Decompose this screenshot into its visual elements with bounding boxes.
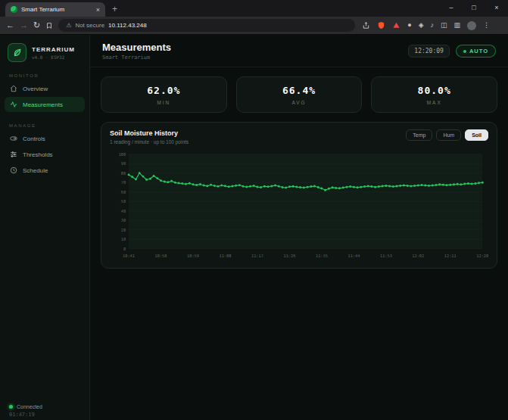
svg-text:12:02: 12:02 bbox=[412, 254, 424, 258]
svg-text:30: 30 bbox=[121, 218, 126, 222]
svg-text:70: 70 bbox=[121, 180, 126, 185]
content-area: 62.0% MIN 66.4% AVG 80.0% MAX bbox=[90, 67, 508, 278]
sidebar-item-thresholds[interactable]: Thresholds bbox=[5, 147, 85, 162]
brand-name: TERRARIUM bbox=[32, 46, 75, 53]
home-icon bbox=[10, 85, 17, 92]
stat-value: 66.4% bbox=[243, 85, 356, 96]
sidebar-item-controls[interactable]: Controls bbox=[5, 131, 85, 146]
svg-text:11:08: 11:08 bbox=[219, 254, 231, 258]
svg-text:10: 10 bbox=[121, 237, 126, 241]
stat-label: MAX bbox=[378, 100, 491, 105]
stats-row: 62.0% MIN 66.4% AVG 80.0% MAX bbox=[101, 76, 497, 113]
brand-text: TERRARIUM v4.0 · ESP32 bbox=[32, 46, 75, 60]
close-button[interactable]: × bbox=[485, 0, 508, 15]
url-text[interactable]: 10.112.43.248 bbox=[108, 22, 147, 29]
chart-subtitle: 1 reading / minute · up to 100 points bbox=[110, 139, 189, 145]
split-view-icon[interactable]: ◫ bbox=[441, 22, 447, 29]
svg-text:40: 40 bbox=[121, 209, 126, 213]
bookmark-icon[interactable] bbox=[45, 19, 53, 33]
extensions-icon[interactable]: ◈ bbox=[419, 22, 424, 29]
forward-button[interactable]: → bbox=[20, 21, 28, 30]
svg-text:90: 90 bbox=[121, 161, 126, 166]
svg-text:80: 80 bbox=[121, 171, 126, 176]
leaf-logo-icon bbox=[8, 43, 26, 62]
tab-strip: Smart Terrarium × + – □ × bbox=[0, 0, 508, 17]
svg-text:11:26: 11:26 bbox=[283, 254, 295, 258]
new-tab-button[interactable]: + bbox=[112, 4, 117, 14]
svg-text:12:20: 12:20 bbox=[476, 254, 488, 258]
chart-title: Soil Moisture History bbox=[110, 129, 189, 137]
clock-badge: 12:20:09 bbox=[408, 45, 450, 58]
sidebar-item-label: Controls bbox=[23, 135, 45, 142]
sidebar-item-schedule[interactable]: Schedule bbox=[5, 163, 85, 178]
window-controls: – □ × bbox=[440, 0, 508, 15]
svg-text:10:50: 10:50 bbox=[155, 254, 167, 258]
svg-text:11:44: 11:44 bbox=[347, 254, 360, 258]
not-secure-warning-icon: ⚠ bbox=[66, 22, 71, 29]
activity-icon bbox=[10, 101, 17, 108]
reload-button[interactable]: ↻ bbox=[33, 21, 40, 30]
sidebar-item-label: Overview bbox=[23, 86, 48, 92]
sidebar: TERRARIUM v4.0 · ESP32 MONITOR Overview … bbox=[0, 35, 90, 420]
section-label-manage: MANAGE bbox=[0, 123, 89, 128]
sidebar-item-overview[interactable]: Overview bbox=[5, 81, 85, 96]
stat-label: MIN bbox=[108, 100, 220, 105]
stat-card-avg: 66.4% AVG bbox=[236, 76, 363, 113]
uptime-value: 01:47:19 bbox=[9, 412, 42, 418]
svg-text:100: 100 bbox=[119, 152, 126, 157]
connected-label: Connected bbox=[17, 404, 42, 409]
tab-favicon-icon bbox=[11, 6, 17, 13]
navbar-right-icons: ● ◈ ♪ ◫ ▥ ⋮ bbox=[362, 19, 490, 33]
soil-moisture-card: Soil Moisture History 1 reading / minute… bbox=[101, 122, 497, 269]
svg-text:11:35: 11:35 bbox=[316, 254, 328, 258]
tab-soil[interactable]: Soil bbox=[465, 129, 488, 141]
record-circle-icon[interactable]: ● bbox=[407, 22, 411, 29]
page-subtitle: Smart Terrarium bbox=[102, 54, 171, 61]
browser-navbar: ← → ↻ ⚠ Not secure 10.112.43.248 ● ◈ ♪ ◫… bbox=[0, 17, 508, 35]
stat-card-max: 80.0% MAX bbox=[371, 76, 497, 113]
soil-moisture-chart: 010203040506070809010010:4110:5010:5911:… bbox=[110, 150, 488, 260]
minimize-button[interactable]: – bbox=[440, 0, 463, 15]
chart-metric-tabs: Temp Hum Soil bbox=[406, 129, 488, 141]
section-label-monitor: MONITOR bbox=[0, 73, 89, 78]
tab-temp[interactable]: Temp bbox=[406, 129, 432, 141]
sidebar-item-label: Measurements bbox=[23, 101, 63, 108]
terrarium-app: TERRARIUM v4.0 · ESP32 MONITOR Overview … bbox=[0, 35, 508, 420]
share-icon[interactable] bbox=[362, 19, 370, 33]
auto-refresh-button[interactable]: AUTO bbox=[456, 45, 496, 58]
svg-text:10:41: 10:41 bbox=[123, 254, 135, 258]
brand-version: v4.0 · ESP32 bbox=[32, 54, 75, 60]
browser-window: Smart Terrarium × + – □ × ← → ↻ ⚠ Not se… bbox=[0, 0, 508, 420]
sliders-icon bbox=[10, 151, 17, 158]
side-panel-icon[interactable]: ▥ bbox=[454, 22, 461, 29]
url-bar[interactable]: ⚠ Not secure 10.112.43.248 bbox=[58, 19, 355, 32]
svg-text:10:59: 10:59 bbox=[187, 254, 199, 258]
back-button[interactable]: ← bbox=[6, 21, 14, 30]
svg-text:11:17: 11:17 bbox=[251, 254, 263, 258]
page-header: Measurements Smart Terrarium 12:20:09 AU… bbox=[90, 35, 508, 67]
svg-text:12:11: 12:11 bbox=[444, 254, 457, 258]
svg-text:0: 0 bbox=[123, 247, 126, 251]
sidebar-item-label: Schedule bbox=[23, 167, 48, 174]
brave-shield-icon[interactable] bbox=[377, 19, 385, 33]
connected-dot-icon bbox=[9, 405, 13, 409]
sidebar-item-measurements[interactable]: Measurements bbox=[5, 97, 85, 112]
stat-label: AVG bbox=[243, 100, 356, 105]
media-control-icon[interactable]: ♪ bbox=[431, 22, 435, 29]
menu-overflow-icon[interactable]: ⋮ bbox=[483, 22, 490, 29]
tab-close-icon[interactable]: × bbox=[96, 6, 100, 14]
svg-text:60: 60 bbox=[121, 190, 126, 194]
brand: TERRARIUM v4.0 · ESP32 bbox=[0, 43, 89, 62]
svg-text:20: 20 bbox=[121, 228, 126, 232]
clock-icon bbox=[10, 166, 17, 174]
sidebar-item-label: Thresholds bbox=[23, 151, 53, 158]
tab-hum[interactable]: Hum bbox=[436, 129, 461, 141]
svg-text:50: 50 bbox=[121, 199, 126, 204]
rewards-triangle-icon[interactable] bbox=[392, 19, 400, 33]
maximize-button[interactable]: □ bbox=[463, 0, 485, 15]
profile-avatar[interactable] bbox=[467, 21, 476, 30]
connection-status: Connected 01:47:19 bbox=[9, 404, 42, 418]
not-secure-label[interactable]: Not secure bbox=[75, 22, 104, 29]
auto-label: AUTO bbox=[469, 48, 488, 54]
browser-tab[interactable]: Smart Terrarium × bbox=[5, 2, 105, 17]
